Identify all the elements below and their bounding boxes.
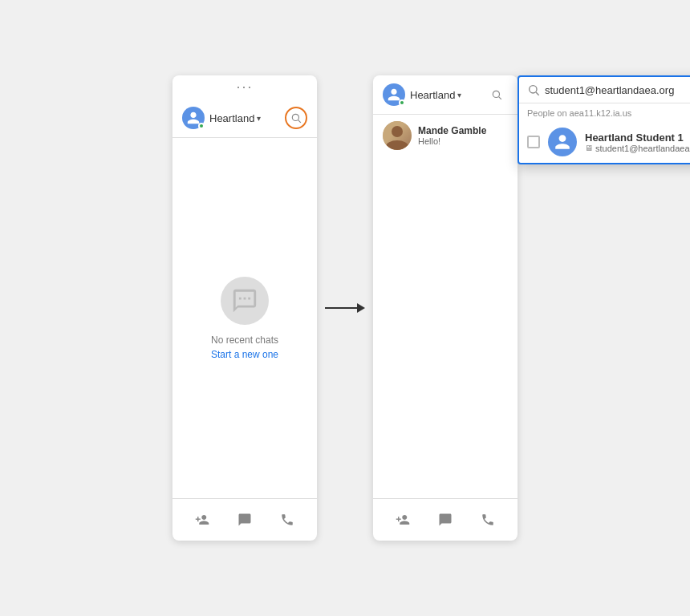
result-person-icon [554, 133, 571, 151]
panel-header-1: Heartland ▾ [172, 99, 317, 138]
chat-bubble-button-2[interactable] [432, 507, 458, 533]
domain-label: People on aea11.k12.ia.us [519, 103, 690, 121]
search-dropdown: student1@heartlandaea.org People on aea1… [518, 75, 690, 164]
menu-dots[interactable]: ··· [172, 75, 317, 99]
header-username-2: Heartland ▾ [410, 89, 461, 101]
contact-name: Mande Gamble [418, 125, 508, 136]
search-button-2[interactable] [485, 83, 508, 106]
svg-line-1 [298, 120, 301, 123]
avatar-2 [383, 83, 405, 106]
search-result-item[interactable]: Heartland Student 1 🖥 student1@heartland… [519, 121, 690, 163]
header-username: Heartland ▾ [209, 112, 261, 124]
chat-panel-2: Heartland ▾ Mande Gamble Hello! [373, 75, 518, 541]
arrow [325, 303, 365, 313]
svg-point-4 [530, 86, 537, 93]
start-new-link[interactable]: Start a new one [211, 349, 278, 360]
online-indicator [198, 123, 205, 129]
chat-bubble-button[interactable] [232, 507, 258, 533]
email-icon: 🖥 [585, 144, 593, 152]
avatar [182, 107, 205, 129]
chat-bubble-icon [237, 513, 252, 527]
add-contact-button[interactable] [189, 507, 215, 533]
no-recent-text: No recent chats [211, 334, 278, 346]
result-avatar [548, 128, 577, 156]
result-info: Heartland Student 1 🖥 student1@heartland… [585, 132, 690, 153]
panel-footer-1 [172, 498, 317, 541]
contact-avatar [383, 121, 412, 150]
svg-point-0 [292, 114, 298, 120]
contact-info: Mande Gamble Hello! [418, 125, 508, 146]
arrow-indicator [317, 75, 373, 541]
person-add-icon [195, 513, 209, 527]
person-add-icon-2 [396, 513, 410, 527]
phone-button[interactable] [274, 507, 300, 533]
contact-status: Hello! [418, 136, 508, 146]
panel-header-2: Heartland ▾ [373, 75, 518, 115]
arrow-line [325, 307, 357, 309]
add-contact-button-2[interactable] [390, 507, 416, 533]
chevron-icon: ▾ [257, 114, 261, 123]
svg-line-3 [499, 97, 501, 99]
header-identity-2: Heartland ▾ [383, 83, 461, 106]
chat-empty-icon [231, 287, 258, 314]
online-indicator-2 [399, 99, 405, 106]
search-input-row: student1@heartlandaea.org [519, 77, 690, 103]
result-name: Heartland Student 1 [585, 132, 690, 144]
result-checkbox[interactable] [527, 136, 540, 148]
contact-item-mande[interactable]: Mande Gamble Hello! [373, 115, 518, 156]
panel-footer-2 [373, 498, 518, 541]
chat-panel-1: ··· Heartland ▾ [172, 75, 317, 541]
result-email-text: student1@heartlandaea. [595, 144, 690, 153]
search-icon-dropdown [527, 83, 540, 96]
search-button[interactable] [285, 107, 307, 129]
search-icon-2 [491, 89, 502, 100]
phone-button-2[interactable] [475, 507, 501, 533]
arrow-head [357, 303, 365, 313]
panel-body-empty: No recent chats Start a new one [172, 138, 317, 498]
phone-icon-2 [481, 513, 495, 527]
svg-point-2 [493, 91, 499, 97]
contact-avatar-image [383, 121, 412, 150]
svg-line-5 [536, 92, 539, 95]
empty-state-icon [221, 277, 269, 325]
search-query-text: student1@heartlandaea.org [545, 84, 690, 96]
search-icon [290, 112, 302, 124]
chevron-icon-2: ▾ [457, 91, 461, 99]
chat-bubble-icon-2 [438, 513, 453, 527]
phone-icon [280, 513, 294, 527]
result-email: 🖥 student1@heartlandaea. [585, 144, 690, 153]
header-identity: Heartland ▾ [182, 107, 261, 129]
